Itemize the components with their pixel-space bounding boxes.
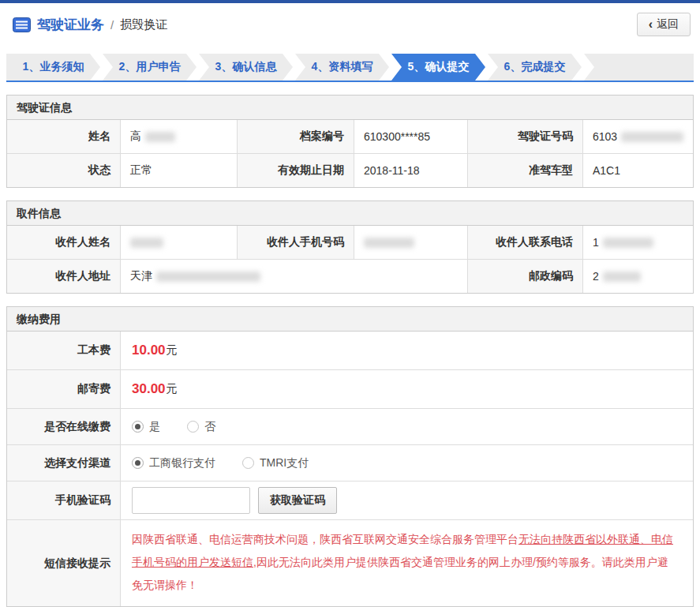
postage-fee-amount: 30.00 (132, 381, 166, 397)
recipient-name-label: 收件人姓名 (7, 226, 121, 259)
online-pay-label: 是否在线缴费 (7, 409, 121, 444)
redacted-recipient-address (156, 272, 260, 282)
sms-code-label: 手机验证码 (7, 481, 121, 519)
sms-notice-row: 短信接收提示 因陕西省联通、电信运营商技术问题，陕西省互联网交通安全综合服务管理… (7, 519, 693, 606)
step-1-business-notice: 1、业务须知 (6, 54, 100, 81)
sms-code-input[interactable] (132, 487, 250, 514)
postage-fee-row: 邮寄费 30.00 元 (7, 369, 693, 408)
back-button[interactable]: ‹ 返回 (637, 13, 691, 36)
file-number-label: 档案编号 (238, 120, 354, 153)
pickup-info-title: 取件信息 (7, 201, 693, 226)
tmri-pay-label: TMRI支付 (260, 456, 309, 470)
license-number-label: 驾驶证号码 (468, 120, 583, 153)
chevron-left-icon: ‹ (649, 18, 653, 31)
online-pay-yes-option[interactable]: 是 (132, 420, 160, 434)
redacted-recipient-phone (603, 238, 653, 248)
sms-code-controls: 获取验证码 (121, 481, 693, 519)
radio-checked-icon[interactable] (132, 457, 144, 469)
redacted-recipient-name (130, 238, 163, 248)
payment-title: 缴纳费用 (7, 307, 693, 332)
file-number-value: 610300****85 (354, 120, 468, 153)
recipient-mobile-value (354, 226, 468, 259)
table-row: 姓名 高 档案编号 610300****85 驾驶证号码 6103 (7, 120, 693, 153)
redacted-postcode (603, 272, 641, 282)
get-code-button[interactable]: 获取验证码 (258, 487, 337, 514)
license-info-title: 驾驶证信息 (7, 96, 693, 120)
status-value: 正常 (121, 154, 238, 187)
expiry-date-label: 有效期止日期 (238, 154, 354, 187)
steps-filler (584, 54, 694, 81)
sms-notice-label: 短信接收提示 (7, 520, 121, 606)
work-fee-amount: 10.00 (132, 343, 166, 358)
payment-channel-label: 选择支付渠道 (7, 445, 121, 481)
vehicle-class-label: 准驾车型 (468, 154, 583, 187)
work-fee-row: 工本费 10.00 元 (7, 332, 693, 369)
postage-fee-unit: 元 (167, 382, 178, 396)
step-5-confirm-submit-active: 5、确认提交 (391, 54, 485, 81)
recipient-mobile-label: 收件人手机号码 (238, 226, 354, 259)
payment-channel-row: 选择支付渠道 工商银行支付 TMRI支付 (7, 444, 693, 481)
tmri-pay-option[interactable]: TMRI支付 (242, 456, 309, 470)
recipient-name-value (121, 226, 238, 259)
postcode-label: 邮政编码 (468, 260, 583, 293)
breadcrumb-separator: / (110, 18, 114, 32)
radio-checked-icon[interactable] (132, 421, 144, 433)
icbc-pay-option[interactable]: 工商银行支付 (132, 456, 215, 470)
recipient-address-label: 收件人地址 (7, 260, 121, 293)
table-row: 收件人地址 天津 邮政编码 2 (7, 259, 693, 293)
recipient-address-value: 天津 (121, 260, 468, 293)
table-row: 收件人姓名 收件人手机号码 收件人联系电话 1 (7, 226, 693, 259)
icbc-pay-label: 工商银行支付 (149, 456, 215, 470)
redacted-recipient-mobile (364, 238, 414, 248)
online-pay-no-option[interactable]: 否 (187, 420, 215, 434)
payment-channel-options: 工商银行支付 TMRI支付 (121, 445, 693, 481)
redacted-name (145, 132, 175, 142)
license-number-value: 6103 (583, 120, 693, 153)
name-value: 高 (121, 120, 238, 153)
work-fee-value: 10.00 元 (121, 332, 693, 369)
postcode-value: 2 (583, 260, 693, 293)
page-subtitle: 损毁换证 (120, 17, 167, 32)
list-icon (13, 17, 31, 32)
vehicle-class-value: A1C1 (583, 154, 693, 187)
sms-notice-text: 因陕西省联通、电信运营商技术问题，陕西省互联网交通安全综合服务管理平台无法向持陕… (121, 520, 693, 606)
payment-section: 缴纳费用 工本费 10.00 元 邮寄费 30.00 元 是否在线缴费 是 否 … (6, 306, 694, 607)
redacted-license-number (621, 132, 683, 142)
license-info-section: 驾驶证信息 姓名 高 档案编号 610300****85 驾驶证号码 6103 … (6, 95, 694, 188)
online-pay-options: 是 否 (121, 409, 693, 444)
online-pay-yes-label: 是 (149, 420, 160, 434)
wizard-steps: 1、业务须知 2、用户申告 3、确认信息 4、资料填写 5、确认提交 6、完成提… (6, 54, 694, 82)
postage-fee-value: 30.00 元 (121, 370, 693, 408)
radio-unchecked-icon[interactable] (187, 421, 199, 433)
table-row: 状态 正常 有效期止日期 2018-11-18 准驾车型 A1C1 (7, 153, 693, 187)
expiry-date-value: 2018-11-18 (354, 154, 468, 187)
notice-text-start: 因陕西省联通、电信运营商技术问题，陕西省互联网交通安全综合服务管理平台 (132, 533, 518, 545)
work-fee-unit: 元 (167, 343, 178, 358)
recipient-phone-value: 1 (583, 226, 693, 259)
step-6-finish-submit: 6、完成提交 (488, 54, 582, 81)
page-header: 驾驶证业务 / 损毁换证 ‹ 返回 (0, 3, 700, 46)
postage-fee-label: 邮寄费 (7, 370, 121, 408)
radio-unchecked-icon[interactable] (242, 457, 254, 469)
recipient-phone-label: 收件人联系电话 (468, 226, 583, 259)
online-pay-no-label: 否 (204, 420, 215, 434)
sms-code-row: 手机验证码 获取验证码 (7, 481, 693, 519)
name-label: 姓名 (7, 120, 121, 153)
pickup-info-section: 取件信息 收件人姓名 收件人手机号码 收件人联系电话 1 收件人地址 天津 邮政… (6, 200, 694, 294)
step-2-user-declaration: 2、用户申告 (103, 54, 197, 81)
step-3-confirm-info: 3、确认信息 (199, 54, 293, 81)
breadcrumb: 驾驶证业务 / 损毁换证 (13, 16, 167, 34)
step-4-fill-materials: 4、资料填写 (295, 54, 389, 81)
status-label: 状态 (7, 154, 121, 187)
page-title: 驾驶证业务 (37, 16, 104, 34)
back-button-label: 返回 (657, 17, 679, 32)
work-fee-label: 工本费 (7, 332, 121, 369)
online-pay-row: 是否在线缴费 是 否 (7, 408, 693, 444)
